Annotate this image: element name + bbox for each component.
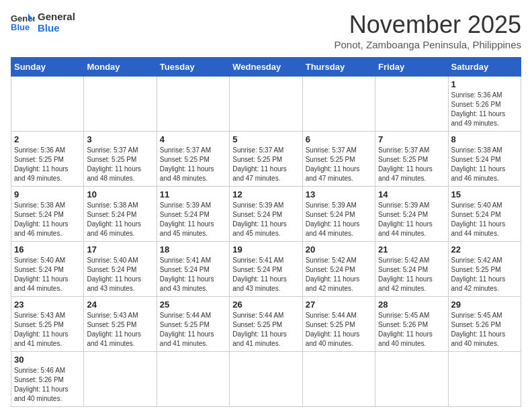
calendar-cell bbox=[375, 77, 448, 132]
day-number: 4 bbox=[160, 134, 226, 144]
day-number: 8 bbox=[451, 134, 518, 144]
week-row-1: 1Sunrise: 5:36 AM Sunset: 5:26 PM Daylig… bbox=[11, 77, 521, 132]
day-number: 12 bbox=[232, 189, 299, 199]
day-number: 19 bbox=[232, 244, 299, 255]
day-number: 11 bbox=[160, 189, 226, 199]
calendar-cell: 6Sunrise: 5:37 AM Sunset: 5:25 PM Daylig… bbox=[302, 132, 375, 187]
calendar-cell: 21Sunrise: 5:42 AM Sunset: 5:24 PM Dayli… bbox=[375, 242, 448, 297]
calendar-cell: 11Sunrise: 5:39 AM Sunset: 5:24 PM Dayli… bbox=[157, 187, 229, 242]
calendar-cell bbox=[302, 77, 375, 132]
day-info: Sunrise: 5:38 AM Sunset: 5:24 PM Dayligh… bbox=[87, 201, 153, 238]
calendar-cell: 15Sunrise: 5:40 AM Sunset: 5:24 PM Dayli… bbox=[448, 187, 521, 242]
week-row-2: 2Sunrise: 5:36 AM Sunset: 5:25 PM Daylig… bbox=[11, 132, 521, 187]
day-info: Sunrise: 5:37 AM Sunset: 5:25 PM Dayligh… bbox=[87, 146, 153, 183]
calendar-cell bbox=[84, 77, 157, 132]
calendar-cell: 12Sunrise: 5:39 AM Sunset: 5:24 PM Dayli… bbox=[230, 187, 302, 242]
calendar-cell: 3Sunrise: 5:37 AM Sunset: 5:25 PM Daylig… bbox=[84, 132, 157, 187]
day-info: Sunrise: 5:36 AM Sunset: 5:25 PM Dayligh… bbox=[14, 146, 81, 183]
day-info: Sunrise: 5:40 AM Sunset: 5:24 PM Dayligh… bbox=[87, 256, 153, 293]
day-number: 23 bbox=[14, 300, 81, 310]
day-info: Sunrise: 5:41 AM Sunset: 5:24 PM Dayligh… bbox=[160, 256, 226, 293]
logo-general: General bbox=[38, 11, 75, 22]
day-info: Sunrise: 5:40 AM Sunset: 5:24 PM Dayligh… bbox=[14, 256, 81, 293]
page-header: General Blue General Blue November 2025 … bbox=[11, 11, 521, 50]
day-info: Sunrise: 5:40 AM Sunset: 5:24 PM Dayligh… bbox=[451, 201, 518, 238]
day-info: Sunrise: 5:43 AM Sunset: 5:25 PM Dayligh… bbox=[14, 311, 81, 349]
day-info: Sunrise: 5:44 AM Sunset: 5:25 PM Dayligh… bbox=[232, 311, 299, 349]
day-info: Sunrise: 5:41 AM Sunset: 5:24 PM Dayligh… bbox=[232, 256, 299, 293]
day-info: Sunrise: 5:46 AM Sunset: 5:26 PM Dayligh… bbox=[14, 366, 81, 404]
day-number: 5 bbox=[232, 134, 299, 144]
calendar-cell: 16Sunrise: 5:40 AM Sunset: 5:24 PM Dayli… bbox=[11, 242, 84, 297]
day-info: Sunrise: 5:42 AM Sunset: 5:25 PM Dayligh… bbox=[451, 256, 518, 293]
calendar-cell bbox=[302, 352, 375, 407]
day-info: Sunrise: 5:36 AM Sunset: 5:26 PM Dayligh… bbox=[451, 91, 518, 128]
calendar-cell bbox=[157, 77, 229, 132]
calendar-cell: 7Sunrise: 5:37 AM Sunset: 5:25 PM Daylig… bbox=[375, 132, 448, 187]
calendar-cell bbox=[157, 352, 229, 407]
day-number: 29 bbox=[451, 300, 518, 310]
calendar-cell: 24Sunrise: 5:43 AM Sunset: 5:25 PM Dayli… bbox=[84, 297, 157, 352]
day-number: 18 bbox=[160, 244, 226, 255]
location-title: Ponot, Zamboanga Peninsula, Philippines bbox=[334, 39, 521, 50]
calendar-cell: 17Sunrise: 5:40 AM Sunset: 5:24 PM Dayli… bbox=[84, 242, 157, 297]
day-number: 2 bbox=[14, 134, 81, 144]
calendar-cell: 29Sunrise: 5:45 AM Sunset: 5:26 PM Dayli… bbox=[448, 297, 521, 352]
day-number: 10 bbox=[87, 189, 153, 199]
calendar-cell bbox=[230, 352, 302, 407]
day-info: Sunrise: 5:37 AM Sunset: 5:25 PM Dayligh… bbox=[306, 146, 372, 183]
calendar-cell bbox=[11, 77, 84, 132]
day-number: 9 bbox=[14, 189, 81, 199]
day-number: 3 bbox=[87, 134, 153, 144]
day-info: Sunrise: 5:39 AM Sunset: 5:24 PM Dayligh… bbox=[378, 201, 445, 238]
week-row-5: 23Sunrise: 5:43 AM Sunset: 5:25 PM Dayli… bbox=[11, 297, 521, 352]
calendar-cell: 13Sunrise: 5:39 AM Sunset: 5:24 PM Dayli… bbox=[302, 187, 375, 242]
calendar-cell: 26Sunrise: 5:44 AM Sunset: 5:25 PM Dayli… bbox=[230, 297, 302, 352]
calendar-cell: 18Sunrise: 5:41 AM Sunset: 5:24 PM Dayli… bbox=[157, 242, 229, 297]
week-row-3: 9Sunrise: 5:38 AM Sunset: 5:24 PM Daylig… bbox=[11, 187, 521, 242]
day-info: Sunrise: 5:37 AM Sunset: 5:25 PM Dayligh… bbox=[160, 146, 226, 183]
calendar-cell: 20Sunrise: 5:42 AM Sunset: 5:24 PM Dayli… bbox=[302, 242, 375, 297]
day-number: 24 bbox=[87, 300, 153, 310]
calendar-cell: 9Sunrise: 5:38 AM Sunset: 5:24 PM Daylig… bbox=[11, 187, 84, 242]
day-info: Sunrise: 5:42 AM Sunset: 5:24 PM Dayligh… bbox=[378, 256, 445, 293]
logo: General Blue General Blue bbox=[11, 11, 75, 34]
calendar-cell bbox=[230, 77, 302, 132]
calendar-cell: 25Sunrise: 5:44 AM Sunset: 5:25 PM Dayli… bbox=[157, 297, 229, 352]
col-header-tuesday: Tuesday bbox=[157, 58, 229, 77]
calendar-cell: 19Sunrise: 5:41 AM Sunset: 5:24 PM Dayli… bbox=[230, 242, 302, 297]
calendar-cell bbox=[84, 352, 157, 407]
day-info: Sunrise: 5:44 AM Sunset: 5:25 PM Dayligh… bbox=[160, 311, 226, 349]
calendar-cell: 30Sunrise: 5:46 AM Sunset: 5:26 PM Dayli… bbox=[11, 352, 84, 407]
day-number: 26 bbox=[232, 300, 299, 310]
logo-icon: General Blue bbox=[11, 12, 35, 32]
col-header-thursday: Thursday bbox=[302, 58, 375, 77]
month-title: November 2025 bbox=[334, 11, 521, 39]
day-info: Sunrise: 5:44 AM Sunset: 5:25 PM Dayligh… bbox=[306, 311, 372, 349]
col-header-saturday: Saturday bbox=[448, 58, 521, 77]
col-header-wednesday: Wednesday bbox=[230, 58, 302, 77]
day-number: 6 bbox=[306, 134, 372, 144]
calendar-header-row: SundayMondayTuesdayWednesdayThursdayFrid… bbox=[11, 58, 521, 77]
calendar-cell: 14Sunrise: 5:39 AM Sunset: 5:24 PM Dayli… bbox=[375, 187, 448, 242]
day-number: 14 bbox=[378, 189, 445, 199]
calendar-cell: 5Sunrise: 5:37 AM Sunset: 5:25 PM Daylig… bbox=[230, 132, 302, 187]
calendar-cell bbox=[375, 352, 448, 407]
calendar-cell: 27Sunrise: 5:44 AM Sunset: 5:25 PM Dayli… bbox=[302, 297, 375, 352]
calendar-cell: 23Sunrise: 5:43 AM Sunset: 5:25 PM Dayli… bbox=[11, 297, 84, 352]
day-number: 22 bbox=[451, 244, 518, 255]
day-number: 15 bbox=[451, 189, 518, 199]
day-number: 13 bbox=[306, 189, 372, 199]
day-info: Sunrise: 5:38 AM Sunset: 5:24 PM Dayligh… bbox=[14, 201, 81, 238]
week-row-4: 16Sunrise: 5:40 AM Sunset: 5:24 PM Dayli… bbox=[11, 242, 521, 297]
calendar-cell bbox=[448, 352, 521, 407]
calendar-cell: 10Sunrise: 5:38 AM Sunset: 5:24 PM Dayli… bbox=[84, 187, 157, 242]
day-number: 28 bbox=[378, 300, 445, 310]
day-info: Sunrise: 5:39 AM Sunset: 5:24 PM Dayligh… bbox=[232, 201, 299, 238]
day-number: 20 bbox=[306, 244, 372, 255]
day-info: Sunrise: 5:38 AM Sunset: 5:24 PM Dayligh… bbox=[451, 146, 518, 183]
day-number: 17 bbox=[87, 244, 153, 255]
day-info: Sunrise: 5:37 AM Sunset: 5:25 PM Dayligh… bbox=[378, 146, 445, 183]
day-number: 1 bbox=[451, 79, 518, 89]
col-header-monday: Monday bbox=[84, 58, 157, 77]
